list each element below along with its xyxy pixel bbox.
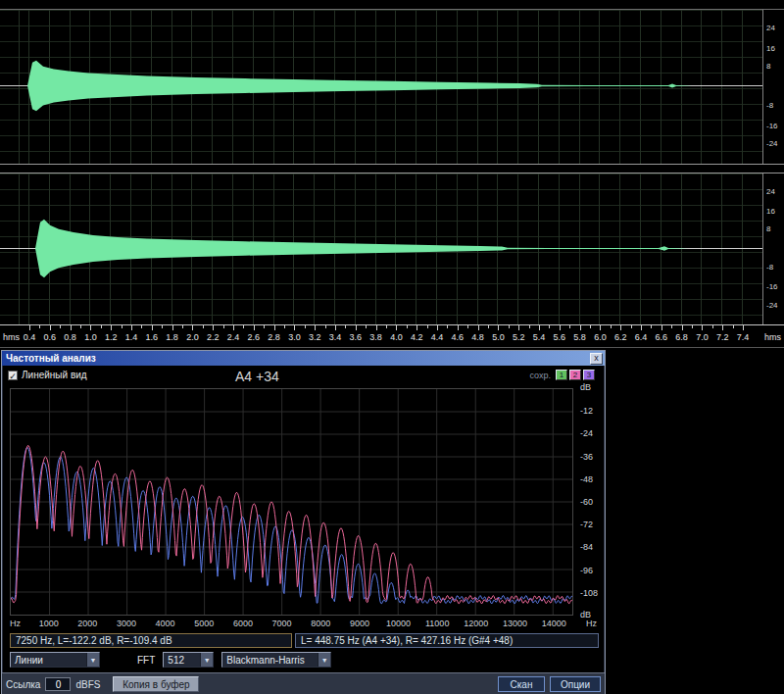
timeline-tick xyxy=(356,325,357,330)
waveform-editor: 24168-8-16-24 24168-8-16-24 hms hms 0.40… xyxy=(0,0,784,349)
amplitude-scale-label: -8 xyxy=(766,264,773,272)
timeline-minor-tick xyxy=(223,325,224,328)
amplitude-scale-left[interactable]: 24168-8-16-24 xyxy=(762,10,784,164)
timeline-minor-tick xyxy=(733,325,734,328)
fft-size-value: 512 xyxy=(168,655,184,666)
timeline-tick xyxy=(662,325,662,330)
editor-top-strip xyxy=(0,0,784,10)
spectrum-plot-svg xyxy=(11,389,572,615)
status-row: 7250 Hz, L=-122.2 dB, R=-109.4 dB L= 448… xyxy=(10,633,599,648)
timeline-tick xyxy=(233,325,234,330)
fft-size-select[interactable]: 512 ▼ xyxy=(163,652,214,668)
hz-scale-label: 3000 xyxy=(117,619,136,628)
timeline-tick xyxy=(396,325,397,330)
hz-scale-label: 1000 xyxy=(39,619,59,628)
amplitude-scale-label: 16 xyxy=(766,45,775,53)
timeline-minor-tick xyxy=(325,325,326,328)
timeline-minor-tick xyxy=(141,325,142,328)
timeline-tick xyxy=(641,325,642,330)
spectrum-plot[interactable] xyxy=(10,388,573,616)
timeline-tick xyxy=(71,325,72,330)
timeline-tick xyxy=(478,325,479,330)
amplitude-scale-right[interactable]: 24168-8-16-24 xyxy=(762,174,784,324)
hz-scale-label: 12000 xyxy=(464,619,488,628)
timeline-minor-tick xyxy=(671,325,672,328)
linear-view-checkbox[interactable]: ✓ Линейный вид xyxy=(8,370,87,380)
timeline-tick xyxy=(539,325,540,330)
amplitude-scale-label: -16 xyxy=(766,123,778,130)
timeline-minor-tick xyxy=(712,325,713,328)
reference-input[interactable] xyxy=(45,677,71,691)
amplitude-scale-label: 16 xyxy=(766,208,775,216)
hz-scale-label: 6000 xyxy=(233,619,253,628)
amplitude-scale-label: 8 xyxy=(766,225,770,233)
hz-scale-label: 2000 xyxy=(77,619,97,628)
timeline-label: 1.4 xyxy=(125,332,138,342)
timeline-tick xyxy=(90,325,91,330)
timeline-label: 0.8 xyxy=(64,332,76,342)
timeline-label: 2.0 xyxy=(186,332,199,342)
hz-scale-label: 14000 xyxy=(542,619,566,628)
window-function-value: Blackmann-Harris xyxy=(226,655,304,666)
hz-scale: Hz10002000300040005000600070008000900010… xyxy=(2,618,606,630)
timeline-minor-tick xyxy=(60,325,61,328)
timeline-tick xyxy=(620,325,621,330)
hz-scale-label: 10000 xyxy=(386,619,411,628)
line-type-select[interactable]: Линии ▼ xyxy=(10,652,100,668)
timeline-label: 6.0 xyxy=(594,332,607,342)
timeline-tick xyxy=(50,325,51,330)
options-button[interactable]: Опции xyxy=(550,676,601,692)
waveform-shape-right xyxy=(35,220,688,278)
linear-view-label: Линейный вид xyxy=(22,370,87,380)
amplitude-scale-label: 24 xyxy=(766,25,775,32)
timeline-label: 6.6 xyxy=(656,332,668,342)
amplitude-scale-label: -24 xyxy=(766,140,778,148)
timeline-tick xyxy=(294,325,295,330)
timeline-label: 6.4 xyxy=(635,332,648,342)
timeline-label: 7.4 xyxy=(737,332,750,342)
timeline-label: 5.2 xyxy=(513,332,525,342)
window-titlebar[interactable]: Частотный анализ x xyxy=(2,351,605,366)
timeline-label: 3.4 xyxy=(329,332,342,342)
timeline-tick xyxy=(702,325,703,330)
window-function-select[interactable]: Blackmann-Harris ▼ xyxy=(221,652,331,668)
analysis-controls-row: Линии ▼ FFT 512 ▼ Blackmann-Harris ▼ xyxy=(10,652,599,668)
save-slot-button-1[interactable]: 1 xyxy=(556,370,567,380)
timeline-minor-tick xyxy=(264,325,265,328)
timeline-minor-tick xyxy=(651,325,652,328)
timeline-tick xyxy=(254,325,255,330)
timeline-label: 5.8 xyxy=(573,332,586,342)
timeline-minor-tick xyxy=(631,325,632,328)
amplitude-scale-label: -8 xyxy=(766,102,773,110)
cursor-readout: 7250 Hz, L=-122.2 dB, R=-109.4 dB xyxy=(10,633,292,648)
db-scale-label: -96 xyxy=(580,566,593,575)
timeline-unit-right: hms xyxy=(764,332,781,342)
timeline-minor-tick xyxy=(488,325,489,328)
scan-button[interactable]: Скан xyxy=(498,676,545,692)
timeline-tick xyxy=(131,325,132,330)
waveform-channel-left[interactable]: 24168-8-16-24 xyxy=(0,10,784,165)
timeline-tick xyxy=(335,325,336,330)
timeline-label: 4.2 xyxy=(411,332,423,342)
timeline-label: 1.6 xyxy=(146,332,159,342)
copy-to-clipboard-button[interactable]: Копия в буфер xyxy=(113,676,199,692)
timeline-label: 1.0 xyxy=(84,332,97,342)
bottom-toolbar: Ссылка dBFS Копия в буфер Скан Опции xyxy=(2,672,605,694)
timeline-label: 4.0 xyxy=(390,332,403,342)
db-scale-label: -72 xyxy=(580,520,593,529)
hz-scale-label: 4000 xyxy=(156,619,175,628)
timeline-tick xyxy=(29,325,30,330)
hz-scale-label: Hz xyxy=(10,619,21,628)
chevron-down-icon: ▼ xyxy=(318,653,330,667)
timeline-label: 7.0 xyxy=(696,332,709,342)
timeline-tick xyxy=(600,325,601,330)
timeline-minor-tick xyxy=(182,325,183,328)
timeline-ruler[interactable]: hms hms 0.40.60.81.01.21.41.61.82.02.22.… xyxy=(0,325,784,348)
channel-divider xyxy=(0,165,784,174)
timeline-minor-tick xyxy=(692,325,693,328)
waveform-channel-right[interactable]: 24168-8-16-24 xyxy=(0,174,784,325)
timeline-label: 5.4 xyxy=(533,332,546,342)
hz-scale-label: 5000 xyxy=(194,619,214,628)
hz-scale-label: Hz xyxy=(586,619,597,628)
hz-scale-label: 7000 xyxy=(272,619,292,628)
